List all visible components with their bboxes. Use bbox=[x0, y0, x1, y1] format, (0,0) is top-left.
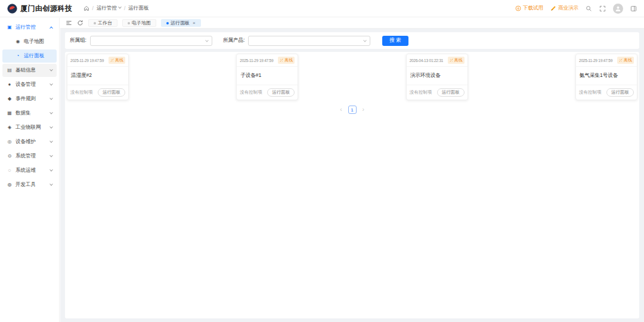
no-control-text: 没有控制项 bbox=[579, 89, 602, 95]
event-rule-icon bbox=[7, 97, 13, 101]
device-name: 演示环境设备 bbox=[407, 67, 467, 85]
device-timestamp: 2026-04-13 01:22:31 bbox=[410, 58, 444, 63]
run-panel-button[interactable]: 运行面板 bbox=[267, 88, 295, 97]
tab-status-dot bbox=[128, 22, 130, 24]
chevron-down-icon bbox=[205, 38, 209, 42]
tab-operation-panel[interactable]: 运行面板 × bbox=[161, 19, 201, 27]
chevron-down-icon bbox=[49, 140, 53, 143]
breadcrumb-level1[interactable]: 运行管控 bbox=[97, 5, 121, 12]
chevron-down-icon bbox=[118, 5, 122, 9]
run-panel-button[interactable]: 运行面板 bbox=[98, 88, 125, 97]
device-timestamp: 2025-11-29 19:47:59 bbox=[70, 58, 104, 63]
download-icon bbox=[515, 5, 521, 11]
sidebar-item-device-management[interactable]: 设备管理 bbox=[2, 78, 57, 91]
pagination: ‹ 1 › bbox=[67, 106, 637, 114]
breadcrumb-separator: / bbox=[92, 5, 94, 11]
header-actions: 下载试用 商业演示 bbox=[515, 4, 637, 14]
chevron-down-icon bbox=[49, 125, 53, 129]
app-logo[interactable]: 厦门由创源科技 bbox=[7, 4, 73, 14]
chevron-down-icon bbox=[49, 111, 53, 114]
chevron-down-icon bbox=[49, 68, 53, 72]
tab-workbench[interactable]: 工作台 bbox=[88, 19, 117, 27]
no-control-text: 没有控制项 bbox=[410, 89, 432, 95]
chevron-down-icon bbox=[49, 82, 53, 86]
status-badge: 离线 bbox=[109, 57, 125, 64]
page-number[interactable]: 1 bbox=[348, 106, 357, 114]
sidebar-item-system-management[interactable]: 系统管理 bbox=[2, 150, 57, 163]
sidebar-item-dataset[interactable]: 数据集 bbox=[2, 107, 57, 120]
breadcrumb-level2[interactable]: 运行面板 bbox=[128, 5, 148, 12]
sidebar: 运行管控 电子地图 运行面板 基础信息 设备管理 事件规则 数据集 工业物联网 … bbox=[0, 18, 60, 322]
device-timestamp: 2025-11-29 19:47:59 bbox=[579, 58, 612, 63]
sidebar-item-device-maintenance[interactable]: 设备维护 bbox=[2, 135, 57, 148]
card-footer: 没有控制项 运行面板 bbox=[407, 85, 467, 100]
layout-icon[interactable] bbox=[630, 5, 637, 12]
menu-fold-icon[interactable] bbox=[66, 20, 72, 26]
map-icon bbox=[15, 39, 21, 44]
pen-icon bbox=[550, 5, 556, 11]
sidebar-item-event-rules[interactable]: 事件规则 bbox=[2, 92, 57, 106]
sidebar-item-operation-control[interactable]: 运行管控 bbox=[2, 21, 57, 34]
device-card: 2025-11-29 19:47:59 离线 氨气采集1号设备 没有控制项 运行… bbox=[575, 54, 637, 100]
status-badge: 离线 bbox=[617, 57, 634, 64]
card-header: 2025-11-29 19:47:59 离线 bbox=[67, 54, 128, 67]
breadcrumb: / 运行管控 / 运行面板 bbox=[83, 5, 149, 12]
fullscreen-icon[interactable] bbox=[599, 5, 606, 12]
run-panel-button[interactable]: 运行面板 bbox=[437, 88, 465, 97]
sidebar-item-electronic-map[interactable]: 电子地图 bbox=[2, 35, 57, 48]
brand-name: 厦门由创源科技 bbox=[20, 4, 73, 14]
run-panel-button[interactable]: 运行面板 bbox=[606, 88, 634, 97]
sidebar-item-system-ops[interactable]: 系统运维 bbox=[2, 164, 57, 177]
device-card: 2026-04-13 01:22:31 离线 演示环境设备 没有控制项 运行面板 bbox=[406, 54, 468, 100]
chevron-down-icon bbox=[363, 38, 367, 42]
download-trial-link[interactable]: 下载试用 bbox=[515, 5, 543, 12]
tab-status-dot bbox=[166, 22, 169, 24]
product-filter-label: 所属产品: bbox=[223, 37, 244, 44]
device-cards: 2025-11-29 19:47:59 离线 温湿度#2 没有控制项 运行面板 bbox=[67, 54, 637, 100]
offline-icon bbox=[280, 58, 283, 62]
tab-electronic-map[interactable]: 电子地图 bbox=[122, 19, 156, 27]
chevron-down-icon bbox=[49, 97, 53, 100]
close-icon[interactable]: × bbox=[193, 20, 196, 26]
dataset-icon bbox=[7, 111, 13, 116]
device-name: 温湿度#2 bbox=[67, 67, 128, 85]
search-icon[interactable] bbox=[586, 5, 592, 12]
home-icon[interactable] bbox=[83, 5, 89, 11]
chevron-down-icon bbox=[49, 168, 53, 172]
logo-icon bbox=[7, 4, 17, 14]
sidebar-item-dev-tools[interactable]: 开发工具 bbox=[2, 178, 57, 191]
status-badge: 离线 bbox=[448, 57, 465, 64]
sidebar-item-basic-info[interactable]: 基础信息 bbox=[2, 64, 57, 77]
card-header: 2025-11-29 19:47:59 离线 bbox=[237, 54, 298, 67]
offline-icon bbox=[110, 58, 114, 62]
user-avatar[interactable] bbox=[613, 4, 623, 14]
chevron-down-icon bbox=[49, 182, 53, 186]
tab-status-dot bbox=[94, 22, 96, 24]
device-card: 2025-11-29 19:47:59 离线 温湿度#2 没有控制项 运行面板 bbox=[67, 54, 129, 100]
sidebar-item-operation-panel[interactable]: 运行面板 bbox=[2, 49, 57, 63]
device-timestamp: 2025-11-29 19:47:59 bbox=[240, 58, 273, 63]
iiot-icon bbox=[7, 125, 13, 130]
content-area: 所属组: 所属产品: 搜 索 2025-11-29 19:47:59 离线 bbox=[60, 29, 644, 322]
chevron-down-icon bbox=[49, 154, 53, 157]
search-button[interactable]: 搜 索 bbox=[382, 36, 408, 46]
group-select[interactable] bbox=[90, 36, 212, 46]
refresh-icon[interactable] bbox=[77, 20, 83, 26]
chevron-up-icon bbox=[49, 27, 53, 30]
tab-bar: 工作台 电子地图 运行面板 × bbox=[60, 18, 644, 29]
product-select[interactable] bbox=[248, 36, 370, 46]
no-control-text: 没有控制项 bbox=[70, 89, 93, 95]
business-demo-link[interactable]: 商业演示 bbox=[550, 5, 578, 12]
device-maintain-icon bbox=[7, 140, 13, 144]
prev-page-arrow[interactable]: ‹ bbox=[340, 107, 342, 113]
status-badge: 离线 bbox=[278, 57, 295, 64]
sidebar-item-industrial-iot[interactable]: 工业物联网 bbox=[2, 121, 57, 134]
offline-icon bbox=[450, 58, 453, 62]
next-page-arrow[interactable]: › bbox=[363, 107, 364, 113]
device-name: 氨气采集1号设备 bbox=[576, 67, 637, 85]
monitor-icon bbox=[7, 25, 13, 30]
main-area: 工作台 电子地图 运行面板 × 所属组: 所属产品: 搜 索 bbox=[60, 18, 644, 322]
system-ops-icon bbox=[7, 168, 13, 173]
card-footer: 没有控制项 运行面板 bbox=[67, 85, 128, 100]
app-header: 厦门由创源科技 / 运行管控 / 运行面板 下载试用 商业演示 bbox=[0, 0, 644, 17]
